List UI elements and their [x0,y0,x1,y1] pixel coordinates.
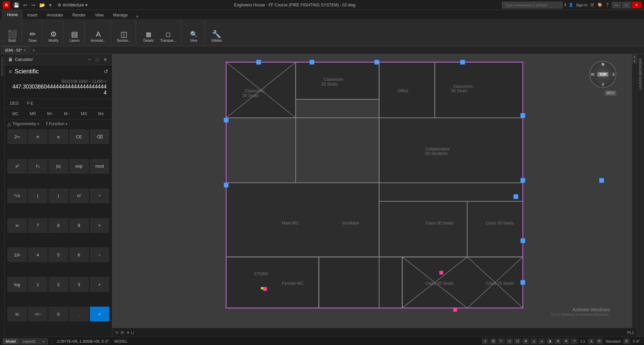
btn-mod[interactable]: mod [90,159,109,174]
btn-e[interactable]: e [48,129,68,144]
btn-8[interactable]: 8 [48,218,68,233]
annotation-button[interactable]: A Annotati... [88,30,108,43]
snap-icon[interactable]: ⊞ [490,338,497,344]
close-button[interactable]: ✕ [632,2,641,8]
vertical-scrollbar[interactable]: ▲ ▼ [632,54,637,328]
calc-restore[interactable]: □ [94,56,101,63]
btn-2[interactable]: 2 [48,277,68,292]
btn-3[interactable]: 3 [69,277,89,292]
calc-history-icon[interactable]: ↺ [104,68,108,75]
doc-tab-add[interactable]: + [30,47,37,53]
command-input[interactable] [137,331,625,335]
osnap-icon[interactable]: ⊡ [514,338,521,344]
tab-render[interactable]: Render [68,11,90,19]
view-button[interactable]: 🔍 View [185,30,202,43]
btn-lparen[interactable]: ( [28,188,47,203]
func-dropdown[interactable]: f Function ▾ [46,121,68,127]
doc-tab-active[interactable]: (EM) - 02* ✕ [1,46,30,54]
cmd-options-icon[interactable]: ⚙ [120,330,124,335]
cmd-close-icon[interactable]: ✕ [115,330,118,335]
btn-5[interactable]: 5 [48,247,68,262]
sign-in-label[interactable]: Sign In [576,3,587,7]
annotation-scale-icon[interactable]: A [588,338,595,344]
model-tab[interactable]: Model [3,338,19,344]
tab-manage[interactable]: Manage [109,11,132,19]
draw-button[interactable]: ✏ Draw [26,30,39,43]
build-button[interactable]: ⬛ Build [5,30,19,43]
mem-mr[interactable]: MR [27,110,39,117]
canvas-area[interactable]: Classroom 30 Seats Classroom 30 Seats Of… [112,54,637,337]
help-icon[interactable]: ❓ [605,3,610,7]
btn-divide[interactable]: ÷ [90,188,109,203]
architecture-selector[interactable]: ⚙ Architecture ▾ [58,3,87,7]
info-icon[interactable]: ℹ [565,3,566,7]
btn-4[interactable]: 4 [28,247,47,262]
btn-factorial[interactable]: n! [69,188,89,203]
otrack-icon[interactable]: ⊕ [522,338,529,344]
mode-fe[interactable]: F-E [26,100,35,106]
settings-dropdown[interactable]: ▾ [48,2,53,8]
btn-exp[interactable]: exp [69,159,89,174]
calc-menu-icon[interactable]: ≡ [9,69,12,75]
btn-x2[interactable]: x² [7,159,27,174]
btn-second[interactable]: 2nd [7,129,27,144]
tab-home[interactable]: Home [3,11,22,19]
compass-top-button[interactable]: TOP [598,72,608,77]
dynamic-icon[interactable]: ⊿ [530,338,537,344]
utilities-button[interactable]: 🔧 Utilities [209,30,224,43]
ortho-icon[interactable]: ⊢ [498,338,505,344]
mem-ms[interactable]: MS [78,110,90,117]
trig-dropdown[interactable]: △ Trigonometry ▾ [7,121,39,127]
open-icon[interactable]: 📂 [38,2,46,8]
tab-insert[interactable]: Insert [23,11,42,19]
modify-button[interactable]: ⚙ Modify [46,30,60,43]
undo-icon[interactable]: ↩ [22,2,29,8]
redo-icon[interactable]: ↪ [30,2,37,8]
transparent-button[interactable]: ◻ Transpar... [158,30,178,43]
model-label[interactable]: MODEL [114,339,128,343]
maximize-button[interactable]: □ [622,2,631,8]
palette-icon[interactable]: 🎨 [598,3,602,7]
btn-ce[interactable]: CE [69,129,89,144]
btn-xy[interactable]: xy [7,218,27,233]
btn-7[interactable]: 7 [28,218,47,233]
btn-inv[interactable]: ¹⁄ₓ [28,159,47,174]
btn-sqrt[interactable]: ²√x [7,188,27,203]
btn-10x[interactable]: 10x [7,247,27,262]
search-input[interactable] [502,2,563,8]
btn-add[interactable]: + [90,277,109,292]
scroll-up[interactable]: ▲ [632,54,637,59]
settings-icon[interactable]: ⚙ [623,338,630,344]
polar-icon[interactable]: ⊙ [506,338,513,344]
mode-deg[interactable]: DEG [9,100,20,106]
ribbon-extras[interactable]: ▾ [134,14,140,19]
btn-negate[interactable]: +/− [28,307,47,321]
architecture-dropdown[interactable]: ▾ [85,3,87,7]
scroll-down[interactable]: ▼ [632,59,637,64]
btn-log[interactable]: log [7,277,27,292]
lineweight-icon[interactable]: ≡ [538,338,545,344]
3dosnap-icon[interactable]: ⊛ [563,338,569,344]
save-icon[interactable]: 💾 [12,2,21,8]
mem-mplus[interactable]: M+ [44,110,56,117]
btn-decimal[interactable]: . [69,307,89,321]
tab-view[interactable]: View [91,11,108,19]
mem-mc[interactable]: MC [10,110,22,117]
selection-cycling-icon[interactable]: ⊚ [554,338,561,344]
mem-mminus[interactable]: M− [61,110,72,117]
cart-icon[interactable]: 🛒 [590,3,595,7]
layout1-tab[interactable]: Layout1 [20,338,39,344]
section-button[interactable]: ◫ Section... [115,30,133,43]
mem-mv[interactable]: M∨ [95,110,107,117]
btn-abs[interactable]: |x| [48,159,68,174]
dynucs-icon[interactable]: ↗ [571,338,577,344]
grid-icon[interactable]: # [482,338,489,344]
btn-rparen[interactable]: ) [48,188,68,203]
calc-minimize[interactable]: − [86,56,93,63]
add-layout-tab[interactable]: + [39,338,47,344]
btn-1[interactable]: 1 [28,277,47,292]
scale-display[interactable]: 1:1 [579,339,586,343]
btn-pi[interactable]: π [28,129,47,144]
btn-0[interactable]: 0 [48,307,68,321]
calc-close[interactable]: ✕ [102,56,109,63]
